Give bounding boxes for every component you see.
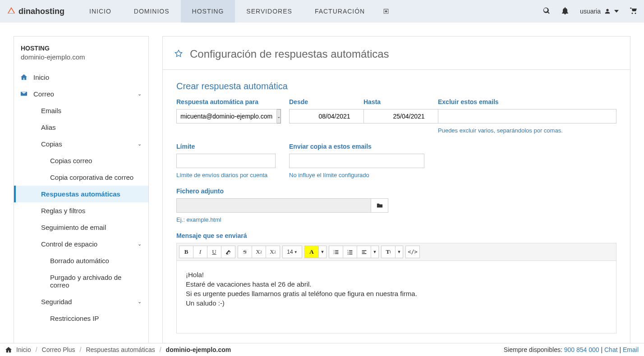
nav-facturacion[interactable]: Facturación [304, 0, 376, 23]
cart-icon[interactable] [630, 7, 637, 15]
form-row-3: Fichero adjunto Ej.: example.html [176, 187, 616, 223]
sidebar-label: Inicio [33, 73, 49, 81]
msg-line: ¡Hola! [186, 270, 607, 279]
copia-label: Enviar copia a estos emails [289, 143, 424, 150]
brand-logo[interactable]: dinahosting [7, 6, 64, 17]
italic-button[interactable]: I [193, 246, 207, 258]
star-icon[interactable] [174, 49, 183, 59]
sidebar-item-borrado[interactable]: Borrado automático [14, 252, 148, 269]
fontsize-button[interactable]: 14▼ [282, 246, 302, 258]
limite-input[interactable] [176, 154, 276, 168]
superscript-button[interactable]: X2 [252, 246, 266, 258]
user-menu[interactable]: usuaria [580, 8, 619, 15]
para-select-wrap[interactable]: micuenta@dominio-ejemplo.com ⌄ [176, 109, 276, 123]
editor-body[interactable]: ¡Hola! Estaré de vacaciones hasta el 26 … [177, 261, 616, 333]
search-icon[interactable] [543, 7, 550, 15]
sidebar-item-reglas[interactable]: Reglas y filtros [14, 202, 148, 219]
form-row-1: Respuesta automática para micuenta@domin… [176, 98, 616, 134]
page-header: Configuración de respuestas automáticas [163, 37, 630, 70]
list-ol-icon [347, 249, 353, 255]
footer: Inicio / Correo Plus / Respuestas automá… [0, 343, 644, 345]
sidebar-item-copias[interactable]: Copias ⌄ [14, 136, 148, 152]
brand-text: dinahosting [18, 7, 64, 16]
ul-button[interactable] [329, 246, 343, 258]
sidebar-item-seguimiento[interactable]: Seguimiento de email [14, 219, 148, 236]
sidebar-item-restricciones[interactable]: Restricciones IP [14, 310, 148, 327]
chevron-down-icon: ⌄ [138, 241, 142, 247]
sidebar-label: Purgado y archivado de correo [50, 274, 142, 289]
align-button[interactable] [357, 246, 371, 258]
limite-help: Límite de envíos diarios por cuenta [176, 172, 276, 178]
desde-input-group [289, 109, 350, 123]
erase-button[interactable] [221, 246, 235, 258]
main-nav-tabs: Inicio Dominios Hosting Servidores Factu… [78, 0, 396, 23]
sidebar-item-copias-correo[interactable]: Copias correo [14, 152, 148, 169]
mensaje-label: Mensaje que se enviará [176, 232, 616, 239]
copia-input[interactable] [289, 154, 424, 168]
sidebar-item-respuestas[interactable]: Respuestas automáticas [14, 186, 148, 202]
sidebar-item-control[interactable]: Control de espacio ⌄ [14, 236, 148, 252]
user-icon [604, 8, 611, 14]
subscript-button[interactable]: X2 [266, 246, 280, 258]
editor-toolbar: B I U S X2 X2 14▼ [177, 243, 616, 261]
underline-button[interactable]: U [207, 246, 221, 258]
form-row-2: Límite Límite de envíos diarios por cuen… [176, 143, 616, 178]
nav-hosting[interactable]: Hosting [181, 0, 235, 23]
sidebar-label: Reglas y filtros [41, 207, 85, 215]
nav-servidores[interactable]: Servidores [235, 0, 304, 23]
font-button[interactable]: TI [381, 246, 396, 258]
sidebar-title: HOSTING [21, 45, 142, 52]
msg-line: Si es urgente puedes llamarnos gratis al… [186, 289, 607, 298]
sidebar-item-alias[interactable]: Alias [14, 119, 148, 136]
sidebar-label: Copias correo [50, 157, 92, 164]
sidebar-item-seguridad[interactable]: Seguridad ⌄ [14, 293, 148, 310]
nav-dominios[interactable]: Dominios [123, 0, 181, 23]
chevron-down-icon: ⌄ [138, 299, 142, 305]
main-panel: Configuración de respuestas automáticas … [162, 36, 630, 345]
home-icon [21, 74, 33, 81]
sidebar-item-purgado[interactable]: Purgado y archivado de correo [14, 269, 148, 293]
excluir-input[interactable] [438, 109, 616, 123]
plus-square-icon [383, 8, 389, 14]
nav-inicio[interactable]: Inicio [78, 0, 123, 23]
sidebar-label: Copias [41, 140, 62, 148]
file-group [176, 198, 388, 213]
align-icon [361, 249, 367, 255]
sidebar-label: Seguimiento de email [41, 224, 106, 231]
sidebar-item-copia-corp[interactable]: Copia corporativa de correo [14, 169, 148, 186]
sidebar-domain: dominio-ejemplo.com [21, 53, 142, 61]
bold-button[interactable]: B [179, 246, 193, 258]
field-mensaje: Mensaje que se enviará B I U S X2 X2 [176, 232, 616, 333]
sidebar-header: HOSTING dominio-ejemplo.com [14, 37, 148, 69]
sidebar-label: Control de espacio [41, 240, 97, 248]
caret-down-icon [614, 10, 619, 13]
code-button[interactable]: </> [405, 246, 420, 258]
sidebar-item-inicio[interactable]: Inicio [14, 69, 148, 86]
page-title: Configuración de respuestas automáticas [190, 48, 389, 60]
logo-icon [7, 6, 16, 17]
select-dropdown-button[interactable]: ⌄ [277, 109, 281, 123]
sidebar-item-emails[interactable]: Emails [14, 102, 148, 119]
limite-label: Límite [176, 143, 276, 150]
file-input[interactable] [176, 198, 371, 213]
section-title: Crear respuesta automática [176, 81, 616, 91]
para-select[interactable]: micuenta@dominio-ejemplo.com [176, 109, 277, 123]
textcolor-button[interactable]: A [304, 246, 319, 258]
field-fichero: Fichero adjunto Ej.: example.html [176, 187, 388, 223]
chevron-down-icon: ⌄ [138, 141, 142, 147]
sidebar-item-correo[interactable]: Correo ⌄ [14, 86, 148, 102]
excluir-label: Excluir estos emails [438, 98, 616, 105]
sidebar-label: Respuestas automáticas [41, 190, 120, 198]
ol-button[interactable] [343, 246, 357, 258]
field-desde: Desde [289, 98, 350, 134]
bell-icon[interactable] [561, 7, 569, 15]
strike-button[interactable]: S [238, 246, 252, 258]
textcolor-caret[interactable]: ▼ [318, 246, 327, 258]
file-browse-button[interactable] [371, 198, 388, 213]
sidebar-label: Borrado automático [50, 257, 109, 265]
align-caret[interactable]: ▼ [371, 246, 379, 258]
sidebar-label: Seguridad [41, 298, 72, 306]
sidebar: HOSTING dominio-ejemplo.com Inicio Corre… [14, 36, 149, 345]
font-caret[interactable]: ▼ [395, 246, 403, 258]
nav-add[interactable] [376, 0, 396, 23]
